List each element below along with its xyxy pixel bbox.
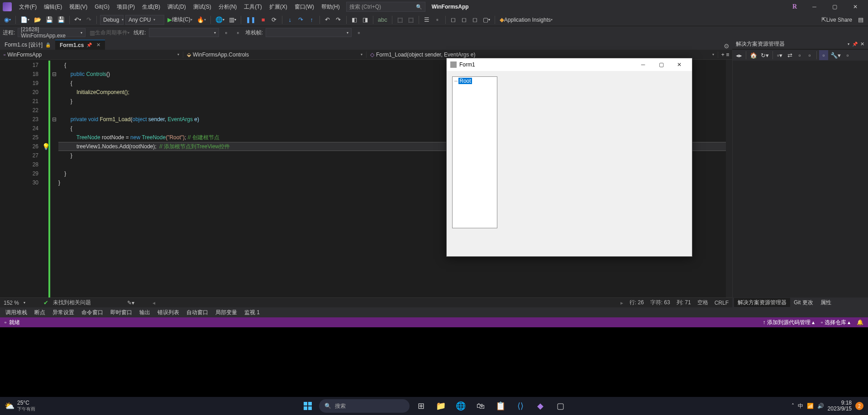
tool-4-button[interactable]: ⬚ bbox=[396, 15, 405, 25]
tool-7-button[interactable]: ▫ bbox=[433, 15, 442, 25]
app-icon-2[interactable]: ▢ bbox=[552, 397, 569, 415]
continue-button[interactable]: ▶ 继续(C) ▾ bbox=[166, 15, 194, 25]
tool-1-button[interactable]: ◧ bbox=[350, 15, 359, 25]
panel-tab-solution[interactable]: 解决方案资源管理器 bbox=[734, 298, 790, 307]
save-button[interactable]: 💾 bbox=[44, 15, 54, 25]
new-item-button[interactable]: 📄▾ bbox=[19, 15, 31, 25]
sol-tool-3[interactable]: ▫ bbox=[795, 50, 804, 60]
breadcrumb-class[interactable]: ⬙WinFormsApp.Controls▾ bbox=[183, 52, 367, 58]
source-control-button[interactable]: ↑ 添加到源代码管理 ▴ bbox=[763, 319, 815, 326]
tool-10-button[interactable]: ◻ bbox=[471, 15, 480, 25]
tool-8-button[interactable]: ◻ bbox=[449, 15, 458, 25]
lifecycle-button[interactable]: ▥ 生命周期事件 ▾ bbox=[88, 28, 131, 38]
insights-button[interactable]: ◆ Application Insights ▾ bbox=[498, 15, 554, 25]
tab-cmdwin[interactable]: 命令窗口 bbox=[78, 308, 107, 317]
tool-9-button[interactable]: ◻ bbox=[460, 15, 469, 25]
tree-root-node[interactable]: — Root bbox=[453, 77, 497, 85]
panel-dropdown-icon[interactable]: ▾ bbox=[848, 42, 849, 46]
menu-project[interactable]: 项目(P) bbox=[113, 2, 138, 12]
notifications-button[interactable]: 🔔 bbox=[857, 319, 863, 325]
menu-help[interactable]: 帮助(H) bbox=[318, 2, 343, 12]
redo-button[interactable]: ↷ bbox=[84, 15, 93, 25]
menu-extensions[interactable]: 扩展(X) bbox=[266, 2, 291, 12]
issues-text[interactable]: 未找到相关问题 bbox=[53, 299, 91, 307]
menu-window[interactable]: 窗口(W) bbox=[291, 2, 318, 12]
menu-analyze[interactable]: 分析(N) bbox=[215, 2, 241, 12]
breadcrumb-project[interactable]: ▫WinFormsApp▾ bbox=[0, 52, 183, 58]
pin-icon[interactable]: 📌 bbox=[86, 42, 92, 47]
running-form-window[interactable]: Form1 ─ ▢ ✕ — Root bbox=[446, 58, 692, 257]
store-icon[interactable]: 🛍 bbox=[472, 397, 489, 415]
line-ending[interactable]: CRLF bbox=[715, 300, 729, 306]
taskview-button[interactable]: ⊞ bbox=[412, 397, 429, 415]
menu-git[interactable]: Git(G) bbox=[91, 2, 113, 12]
open-file-button[interactable]: 📂 bbox=[33, 15, 43, 25]
tool-3-button[interactable]: abc bbox=[377, 15, 389, 25]
tab-watch[interactable]: 监视 1 bbox=[241, 308, 263, 317]
feedback-button[interactable]: ▤ bbox=[856, 15, 865, 25]
menu-tools[interactable]: 工具(T) bbox=[240, 2, 265, 12]
indent-mode[interactable]: 空格 bbox=[697, 299, 708, 307]
app-icon-1[interactable]: 📋 bbox=[492, 397, 509, 415]
tab-autos[interactable]: 自动窗口 bbox=[183, 308, 212, 317]
maximize-button[interactable]: ▢ bbox=[825, 0, 845, 14]
tool-6-button[interactable]: ☰ bbox=[422, 15, 431, 25]
repo-button[interactable]: ▫ 选择仓库 ▴ bbox=[821, 319, 850, 326]
process-combo[interactable]: [21628] WinFormsApp.exe▾ bbox=[18, 28, 86, 37]
lightbulb-icon[interactable]: 💡 bbox=[42, 142, 48, 151]
nav-back-button[interactable]: ◉▾ bbox=[3, 15, 12, 25]
sol-tool-7[interactable]: ▫ bbox=[843, 50, 852, 60]
form-minimize-button[interactable]: ─ bbox=[634, 58, 652, 71]
zoom-dropdown-icon[interactable]: ▾ bbox=[24, 301, 25, 305]
stack-tool[interactable]: ▫ bbox=[354, 28, 363, 38]
notification-badge[interactable]: 2 bbox=[855, 402, 863, 410]
panel-close-button[interactable]: ✕ bbox=[860, 41, 864, 47]
editor-settings-icon[interactable]: ⚙ bbox=[721, 42, 732, 50]
step-back-button[interactable]: ↶ bbox=[323, 15, 332, 25]
step-forward-button[interactable]: ↷ bbox=[334, 15, 343, 25]
undo-button[interactable]: ↶▾ bbox=[73, 15, 82, 25]
tab-design[interactable]: Form1.cs [设计] 🔒 bbox=[0, 40, 55, 50]
tab-code[interactable]: Form1.cs 📌 ✕ bbox=[55, 40, 105, 50]
volume-icon[interactable]: 🔊 bbox=[817, 403, 824, 409]
tab-breakpoints[interactable]: 断点 bbox=[31, 308, 49, 317]
hot-reload-button[interactable]: 🔥▾ bbox=[196, 15, 207, 25]
close-button[interactable]: ✕ bbox=[845, 0, 865, 14]
sol-tool-4[interactable]: ▫ bbox=[805, 50, 814, 60]
save-all-button[interactable]: 💾 bbox=[56, 15, 66, 25]
config-combo[interactable]: Debug▾ bbox=[100, 15, 124, 25]
sol-home-button[interactable]: 🏠 bbox=[749, 50, 758, 60]
fold-column[interactable]: ⊟⊟ bbox=[50, 60, 58, 297]
breadcrumb-extra[interactable]: + ≡ bbox=[718, 52, 732, 58]
stack-combo[interactable]: ▾ bbox=[266, 28, 352, 37]
tab-locals[interactable]: 局部变量 bbox=[212, 308, 241, 317]
explorer-icon[interactable]: 📁 bbox=[432, 397, 449, 415]
panel-pin-icon[interactable]: 📌 bbox=[852, 42, 858, 47]
tab-callstack[interactable]: 调用堆栈 bbox=[2, 308, 31, 317]
sol-tool-1[interactable]: ▫▾ bbox=[775, 50, 784, 60]
menu-view[interactable]: 视图(V) bbox=[66, 2, 91, 12]
resharper-icon[interactable]: R bbox=[790, 2, 800, 12]
tab-close-button[interactable]: ✕ bbox=[96, 42, 100, 48]
solution-tree[interactable] bbox=[733, 61, 868, 297]
form-close-button[interactable]: ✕ bbox=[670, 58, 688, 71]
search-input[interactable]: 搜索 (Ctrl+Q) 🔍 bbox=[346, 2, 425, 12]
thread-tool-1[interactable]: ▫ bbox=[222, 28, 231, 38]
tab-output[interactable]: 输出 bbox=[136, 308, 154, 317]
minimize-button[interactable]: ─ bbox=[804, 0, 825, 14]
treeview-control[interactable]: — Root bbox=[452, 76, 497, 228]
scroll-right-icon[interactable]: ▸ bbox=[620, 300, 623, 306]
step-over-button[interactable]: ↷ bbox=[296, 15, 305, 25]
menu-debug[interactable]: 调试(D) bbox=[164, 2, 190, 12]
menu-edit[interactable]: 编辑(E) bbox=[40, 2, 66, 12]
vscode-icon[interactable]: ⟨⟩ bbox=[512, 397, 529, 415]
start-button[interactable] bbox=[299, 397, 316, 415]
step-into-button[interactable]: ↓ bbox=[286, 15, 295, 25]
restart-button[interactable]: ⟳ bbox=[270, 15, 279, 25]
spellcheck-icon[interactable]: ✎▾ bbox=[127, 300, 134, 306]
tool-2-button[interactable]: ◨ bbox=[361, 15, 370, 25]
pause-button[interactable]: ❚❚ bbox=[244, 15, 257, 25]
sol-sync-button[interactable]: ↻▾ bbox=[759, 50, 770, 60]
taskbar-search[interactable]: 🔍 搜索 bbox=[319, 399, 410, 413]
sol-tool-6[interactable]: 🔧▾ bbox=[829, 50, 842, 60]
